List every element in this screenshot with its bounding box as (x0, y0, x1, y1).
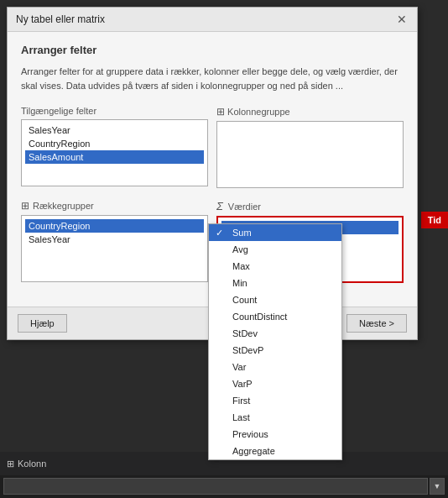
dropdown-stdev[interactable]: StDev (209, 325, 341, 342)
row-group-salesyear[interactable]: SalesYear (25, 233, 204, 246)
next-button[interactable]: Næste > (346, 314, 407, 333)
taskbar-bottom-row: ▼ (0, 475, 448, 497)
grid-icon-2: ⊞ (21, 200, 29, 212)
lower-area: ⊞ Rækkegrupper CountryRegion SalesYear Σ… (21, 200, 404, 283)
raekkegrupper-box: CountryRegion SalesYear (21, 215, 208, 282)
dropdown-min[interactable]: Min (209, 275, 341, 291)
grid-icon: ⊞ (216, 106, 225, 118)
kolonn-label: Kolonn (18, 459, 46, 469)
section-title: Arranger felter (21, 44, 404, 56)
dropdown-countdistinct[interactable]: CountDistinct (209, 308, 341, 325)
dropdown-previous[interactable]: Previous (209, 426, 341, 443)
dropdown-last[interactable]: Last (209, 409, 341, 426)
dropdown-count[interactable]: Count (209, 291, 341, 308)
dialog-body: Arranger felter Arranger felter for at g… (8, 32, 417, 307)
kolonnegruppe-panel: ⊞ Kolonnegruppe (216, 106, 404, 188)
field-salesamount[interactable]: SalesAmount (25, 150, 204, 164)
raekkegrupper-label: ⊞ Rækkegrupper (21, 200, 208, 212)
dropdown-var[interactable]: Var (209, 359, 341, 375)
sigma-icon: Σ (216, 200, 223, 212)
dropdown-aggregate[interactable]: Aggregate (209, 443, 341, 459)
field-salesyear[interactable]: SalesYear (25, 123, 204, 137)
fields-area: Tilgængelige felter SalesYear CountryReg… (21, 106, 404, 188)
available-fields-panel: Tilgængelige felter SalesYear CountryReg… (21, 106, 208, 188)
dropdown-first[interactable]: First (209, 392, 341, 409)
taskbar-input[interactable] (3, 478, 428, 495)
raekkegrupper-panel: ⊞ Rækkegrupper CountryRegion SalesYear (21, 200, 208, 283)
dropdown-max[interactable]: Max (209, 258, 341, 275)
dropdown-varp[interactable]: VarP (209, 375, 341, 392)
dialog-title-bar: Ny tabel eller matrix ✕ (8, 8, 417, 32)
available-fields-label: Tilgængelige felter (21, 106, 208, 116)
field-countryregion[interactable]: CountryRegion (25, 137, 204, 150)
dropdown-sum[interactable]: Sum (209, 224, 341, 241)
description: Arranger felter for at gruppere data i r… (21, 65, 404, 92)
kolonnegruppe-label: ⊞ Kolonnegruppe (216, 106, 404, 118)
available-fields-box: SalesYear CountryRegion SalesAmount (21, 119, 208, 186)
aggregate-dropdown: Sum Avg Max Min Count CountDistinct StDe… (208, 223, 342, 460)
dropdown-stdevp[interactable]: StDevP (209, 342, 341, 359)
help-button[interactable]: Hjælp (18, 314, 67, 333)
tid-badge: Tid (421, 212, 448, 228)
dropdown-avg[interactable]: Avg (209, 241, 341, 258)
grid-icon-small: ⊞ (7, 459, 14, 469)
close-button[interactable]: ✕ (395, 13, 409, 26)
values-panel: Σ Værdier Sum(Sales... Sum Avg Max Min C… (216, 200, 404, 283)
taskbar-dropdown[interactable]: ▼ (430, 478, 445, 495)
values-label: Σ Værdier (216, 200, 404, 212)
dialog-title: Ny tabel eller matrix (16, 13, 105, 25)
kolonnegruppe-box (216, 121, 404, 188)
row-group-countryregion[interactable]: CountryRegion (25, 219, 204, 233)
dialog: Ny tabel eller matrix ✕ Arranger felter … (7, 7, 418, 340)
